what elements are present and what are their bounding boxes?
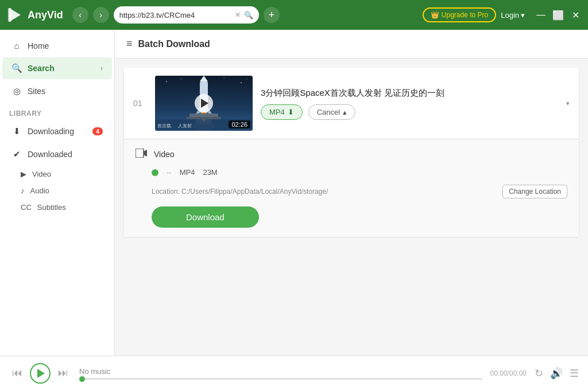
time-display: 00:00/00:00 — [490, 369, 527, 377]
sidebar-item-sites[interactable]: ◎ Sites — [2, 80, 112, 102]
add-tab-button[interactable]: + — [264, 7, 280, 23]
svg-point-7 — [241, 82, 242, 83]
main-area: ⌂ Home 🔍 Search › ◎ Sites Library ⬇ Down… — [0, 30, 588, 356]
volume-button[interactable]: 🔊 — [550, 367, 563, 380]
batch-header: ≡ Batch Download — [115, 30, 588, 58]
video-card: 01 — [124, 68, 579, 237]
downloading-label: Downloading — [28, 127, 74, 136]
change-location-button[interactable]: Change Location — [502, 185, 567, 198]
login-button[interactable]: Login ▾ — [501, 11, 525, 20]
download-button[interactable]: Download — [152, 206, 259, 228]
login-label: Login — [501, 11, 519, 20]
search-chevron-icon: › — [100, 64, 103, 72]
video-thumbnail: 首次载 人发射 02:26 — [155, 76, 253, 131]
home-icon: ⌂ — [11, 41, 22, 50]
cancel-button[interactable]: Cancel ▴ — [308, 104, 355, 120]
quality-dash: -- — [167, 168, 172, 177]
next-button[interactable]: ⏭ — [55, 365, 71, 381]
forward-button[interactable]: › — [93, 7, 109, 23]
maximize-button[interactable]: ⬜ — [551, 8, 565, 22]
video-title: 3分钟回顾SpaceX首次载人发射 见证历史的一刻 — [261, 87, 558, 99]
audio-icon: ♪ — [21, 186, 25, 195]
player-controls: ⏮ ⏭ — [9, 363, 71, 384]
logo-area: AnyVid — [6, 6, 63, 24]
window-controls: — ⬜ ✕ — [534, 8, 582, 22]
svg-text:人发射: 人发射 — [178, 123, 192, 128]
svg-point-8 — [246, 79, 247, 79]
downloading-badge: 4 — [92, 127, 103, 135]
repeat-button[interactable]: ↻ — [535, 367, 543, 380]
play-icon — [37, 369, 45, 378]
address-text: https://b23.tv/CRCme4 — [119, 11, 231, 20]
titlebar: AnyVid ‹ › https://b23.tv/CRCme4 ✕ 🔍 + 👑… — [0, 0, 588, 30]
panel-type-label: Video — [154, 150, 175, 159]
close-button[interactable]: ✕ — [568, 8, 582, 22]
svg-text:首次载: 首次载 — [157, 123, 171, 128]
sites-icon: ◎ — [11, 86, 22, 96]
video-actions: MP4 ⬇ Cancel ▴ — [261, 104, 558, 120]
video-icon: ▶ — [21, 170, 26, 178]
address-bar[interactable]: https://b23.tv/CRCme4 ✕ 🔍 — [114, 6, 259, 24]
subtitles-icon: CC — [21, 203, 32, 212]
batch-icon: ≡ — [126, 38, 133, 50]
svg-rect-18 — [189, 114, 218, 117]
crown-icon: 👑 — [431, 11, 439, 19]
login-chevron-icon: ▾ — [521, 11, 525, 20]
sidebar-item-downloading[interactable]: ⬇ Downloading 4 — [2, 120, 112, 142]
play-pause-button[interactable] — [30, 363, 51, 384]
close-tab-icon[interactable]: ✕ — [235, 11, 241, 19]
mp4-format-button[interactable]: MP4 ⬇ — [261, 104, 303, 120]
player-extra: ↻ 🔊 ☰ — [535, 367, 579, 380]
mp4-label: MP4 — [269, 108, 285, 116]
downloaded-label: Downloaded — [28, 150, 72, 159]
card-dropdown-icon[interactable]: ▾ — [566, 100, 570, 107]
quality-size: 23M — [203, 168, 217, 177]
duration-badge: 02:26 — [229, 120, 250, 128]
upgrade-button[interactable]: 👑 Upgrade to Pro — [423, 7, 496, 22]
logo-icon — [6, 6, 24, 24]
minimize-button[interactable]: — — [534, 8, 548, 22]
library-header: Library — [0, 103, 114, 120]
sidebar-item-video[interactable]: ▶ Video — [0, 166, 114, 182]
no-music-text: No music — [79, 367, 482, 376]
play-overlay — [195, 94, 213, 112]
sidebar-item-downloaded[interactable]: ✔ Downloaded — [2, 143, 112, 165]
quality-format: MP4 — [180, 168, 195, 177]
quality-row: -- MP4 23M — [136, 168, 567, 177]
svg-point-6 — [223, 77, 225, 79]
cancel-chevron-icon: ▴ — [343, 108, 347, 116]
search-label: Search — [28, 64, 55, 73]
sidebar-item-subtitles[interactable]: CC Subtitles — [0, 199, 114, 216]
playlist-button[interactable]: ☰ — [570, 367, 579, 380]
batch-title: Batch Download — [138, 39, 210, 49]
app-name: AnyVid — [28, 9, 63, 21]
sidebar-item-audio[interactable]: ♪ Audio — [0, 182, 114, 199]
search-tab-icon[interactable]: 🔍 — [244, 11, 253, 20]
video-label: Video — [32, 170, 51, 178]
quality-dot — [152, 169, 158, 176]
video-number: 01 — [133, 99, 147, 108]
sidebar-item-search[interactable]: 🔍 Search › — [2, 57, 112, 79]
video-info: 3分钟回顾SpaceX首次载人发射 见证历史的一刻 MP4 ⬇ Cancel ▴ — [261, 87, 558, 120]
video-row: 01 — [124, 68, 579, 139]
svg-point-3 — [166, 81, 167, 82]
svg-rect-1 — [8, 8, 11, 22]
svg-rect-23 — [136, 149, 144, 158]
progress-bar[interactable] — [79, 378, 482, 380]
play-triangle-icon — [201, 99, 208, 108]
download-arrow-icon: ⬇ — [288, 108, 294, 116]
location-row: Location: C:/Users/Filippa/AppData/Local… — [136, 185, 567, 198]
audio-label: Audio — [30, 186, 49, 195]
back-button[interactable]: ‹ — [72, 7, 88, 23]
svg-marker-24 — [144, 150, 147, 157]
search-icon: 🔍 — [11, 63, 22, 73]
svg-rect-19 — [187, 117, 221, 119]
upgrade-label: Upgrade to Pro — [442, 11, 488, 19]
content-area: ≡ Batch Download 01 — [115, 30, 588, 356]
downloaded-icon: ✔ — [11, 149, 22, 159]
cancel-label: Cancel — [317, 108, 340, 116]
subtitles-label: Subtitles — [37, 203, 66, 212]
sidebar-item-home[interactable]: ⌂ Home — [2, 35, 112, 56]
sites-label: Sites — [28, 87, 45, 96]
previous-button[interactable]: ⏮ — [9, 365, 25, 381]
